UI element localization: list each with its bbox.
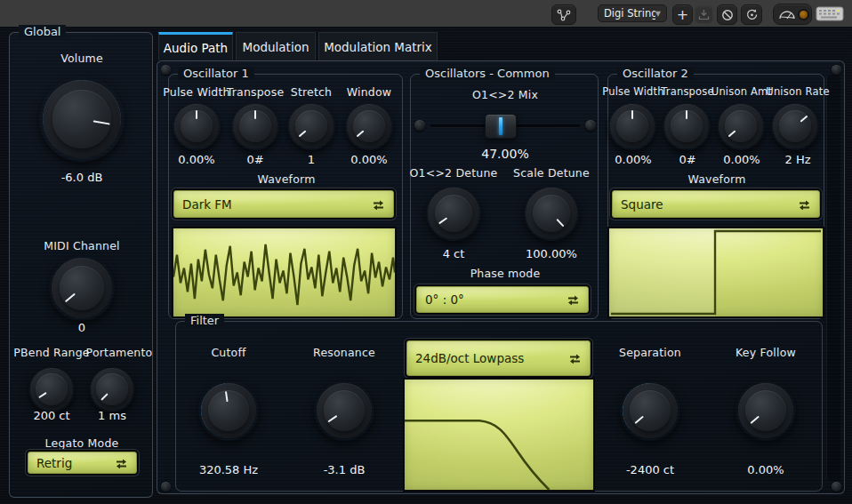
tab-audio-path[interactable]: Audio Path <box>158 32 233 60</box>
portamento-value: 1 ms <box>81 409 143 422</box>
right-frame-strip <box>826 76 840 481</box>
screw <box>832 482 841 492</box>
volume-knob[interactable] <box>39 76 125 162</box>
oscillators-common-group: Oscillators - Common O1<>2 Mix 47.00% O1… <box>410 74 599 319</box>
filter-type-select[interactable]: 24dB/oct Lowpass <box>406 340 591 376</box>
osc2-unison-amt-knob[interactable] <box>717 102 765 150</box>
audio-path-panel: Oscillator 1 Pulse Width Transpose Stret… <box>157 60 845 494</box>
mix-label: O1<>2 Mix <box>411 88 599 101</box>
legato-mode-value: Retrig <box>36 456 115 470</box>
osc1-waveform-label: Waveform <box>169 172 404 186</box>
screw <box>414 120 425 131</box>
osc1-stretch-knob[interactable] <box>287 102 335 150</box>
swap-arrows-icon <box>798 199 811 210</box>
resonance-label: Resonance <box>309 346 380 359</box>
circular-arrow-icon <box>745 8 759 21</box>
separation-knob[interactable] <box>620 380 680 441</box>
phase-mode-select[interactable]: 0° : 0° <box>416 286 589 313</box>
midi-channel-value: 0 <box>10 321 154 334</box>
oscillator-1-group: Oscillator 1 Pulse Width Transpose Stret… <box>168 74 403 319</box>
led-indicator <box>800 11 808 19</box>
slider-stripe <box>499 117 502 135</box>
oscillator-2-group: Oscillator 2 Pulse Width Transpose Uniso… <box>607 74 824 319</box>
save-preset-button[interactable] <box>695 5 713 24</box>
phase-mode-value: 0° : 0° <box>425 292 567 307</box>
node-graph-icon <box>557 9 571 21</box>
pbend-range-knob[interactable] <box>28 366 75 412</box>
tab-label: Modulation Matrix <box>324 40 432 54</box>
prohibition-icon <box>721 9 734 21</box>
filter-type-value: 24dB/oct Lowpass <box>415 351 568 365</box>
tab-modulation[interactable]: Modulation <box>236 32 316 60</box>
noise-waveform <box>173 228 395 316</box>
screw <box>161 65 171 75</box>
screw <box>585 120 596 131</box>
filter-group: Filter Cutoff Resonance 320.58 Hz -3.1 d… <box>175 321 823 492</box>
preset-select[interactable]: Digi String ▼ <box>598 4 667 22</box>
osc1-waveform-select[interactable]: Dark FM <box>173 190 394 218</box>
detune-knob[interactable] <box>426 186 481 241</box>
osc2-unison-rate-value: 2 Hz <box>763 153 832 166</box>
detune-value: 4 ct <box>406 247 502 260</box>
osc1-transpose-knob[interactable] <box>231 102 279 150</box>
scale-detune-knob[interactable] <box>524 186 579 241</box>
volume-value: -6.0 dB <box>10 171 154 184</box>
pbend-range-label: PBend Range <box>10 346 93 359</box>
global-title: Global <box>19 25 66 38</box>
key-follow-knob[interactable] <box>735 380 796 441</box>
add-preset-button[interactable]: + <box>672 4 693 25</box>
osc1-waveform-display <box>173 228 396 317</box>
square-waveform <box>609 228 823 316</box>
portamento-knob[interactable] <box>89 366 135 412</box>
resonance-knob[interactable] <box>314 380 374 441</box>
osc2-pulse-width-knob[interactable] <box>608 102 656 150</box>
global-panel: Global Volume -6.0 dB MIDI Channel 0 PBe… <box>9 32 153 498</box>
osc1-window-value: 0.00% <box>333 153 406 166</box>
portamento-label: Portamento <box>84 346 154 359</box>
scale-detune-value: 100.00% <box>505 247 598 260</box>
key-follow-value: 0.00% <box>730 463 801 476</box>
osc2-transpose-knob[interactable] <box>663 102 711 150</box>
cutoff-knob[interactable] <box>198 380 259 441</box>
osc2-waveform-select[interactable]: Square <box>612 190 820 218</box>
osc1-pulse-width-knob[interactable] <box>173 102 221 150</box>
screw <box>832 65 841 75</box>
osc1-window-knob[interactable] <box>345 102 393 150</box>
mod-routing-button[interactable] <box>551 4 576 25</box>
plus-label: + <box>677 6 688 23</box>
mix-slider-handle[interactable] <box>485 114 517 139</box>
key-follow-label: Key Follow <box>730 346 801 359</box>
swap-arrows-icon <box>568 353 582 364</box>
virtual-keyboard-icon[interactable] <box>816 5 844 22</box>
detune-label: O1<>2 Detune <box>406 166 502 180</box>
lowpass-curve <box>405 380 593 490</box>
swap-arrows-icon <box>567 294 580 305</box>
tab-label: Audio Path <box>164 41 228 55</box>
gauge-icon <box>778 8 796 21</box>
meter-button[interactable] <box>773 4 812 25</box>
preset-name: Digi String <box>604 7 655 20</box>
oscillators-common-title: Oscillators - Common <box>420 67 555 80</box>
osc2-unison-rate-knob[interactable] <box>771 102 819 150</box>
midi-channel-knob[interactable] <box>49 255 115 321</box>
resonance-value: -3.1 dB <box>309 463 380 476</box>
osc2-waveform-label: Waveform <box>608 172 825 186</box>
swap-arrows-icon <box>115 458 128 468</box>
cutoff-label: Cutoff <box>193 346 264 359</box>
synth-window: Digi String ▼ + <box>0 0 852 504</box>
mix-value: 47.00% <box>411 147 599 161</box>
undo-init-button[interactable] <box>741 4 762 25</box>
top-toolbar: Digi String ▼ + <box>0 0 852 27</box>
screw <box>161 482 171 492</box>
oscillator-2-title: Oscillator 2 <box>617 67 694 80</box>
tab-label: Modulation <box>243 40 309 54</box>
legato-mode-label: Legato Mode <box>10 436 154 450</box>
tab-modulation-matrix[interactable]: Modulation Matrix <box>318 32 438 60</box>
chevron-down-icon: ▼ <box>655 10 661 18</box>
reset-button[interactable] <box>717 4 737 25</box>
osc2-waveform-value: Square <box>621 197 798 212</box>
oscillator-1-title: Oscillator 1 <box>178 67 254 80</box>
cutoff-value: 320.58 Hz <box>193 463 264 476</box>
phase-mode-label: Phase mode <box>411 267 599 280</box>
legato-mode-select[interactable]: Retrig <box>28 452 137 474</box>
